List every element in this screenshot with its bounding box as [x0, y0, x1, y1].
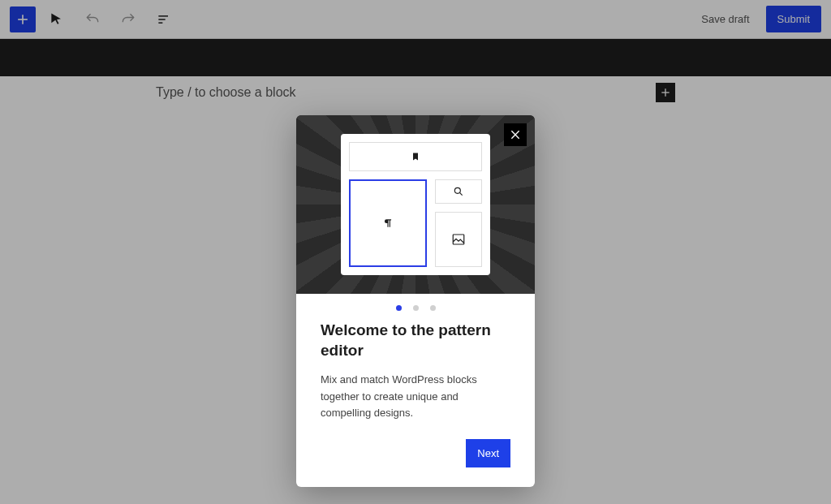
welcome-modal: Welcome to the pattern editor Mix and ma… [296, 115, 535, 487]
close-button[interactable] [504, 123, 527, 146]
page-dot-2[interactable] [413, 305, 419, 311]
illustration-right-col [435, 179, 482, 267]
illustration-card [341, 134, 490, 275]
illustration-search-block [435, 179, 482, 204]
next-button[interactable]: Next [466, 439, 510, 467]
bookmark-icon [411, 151, 420, 162]
page-dot-1[interactable] [396, 305, 402, 311]
illustration-paragraph-block [349, 179, 427, 267]
modal-footer: Next [321, 439, 510, 467]
page-dot-3[interactable] [430, 305, 436, 311]
image-icon [451, 232, 466, 247]
page-indicator [296, 294, 535, 312]
illustration-image-block [435, 212, 482, 267]
illustration-header-block [349, 142, 482, 171]
modal-illustration [296, 115, 535, 294]
paragraph-icon [382, 217, 394, 230]
svg-line-8 [459, 192, 462, 195]
close-icon [509, 128, 522, 141]
svg-point-7 [454, 187, 460, 193]
search-icon [453, 186, 464, 197]
modal-description: Mix and match WordPress blocks together … [321, 372, 510, 420]
illustration-row [349, 179, 482, 267]
modal-body: Welcome to the pattern editor Mix and ma… [296, 312, 535, 487]
modal-overlay: Welcome to the pattern editor Mix and ma… [0, 0, 831, 504]
svg-rect-9 [453, 235, 464, 244]
modal-title: Welcome to the pattern editor [321, 321, 510, 360]
